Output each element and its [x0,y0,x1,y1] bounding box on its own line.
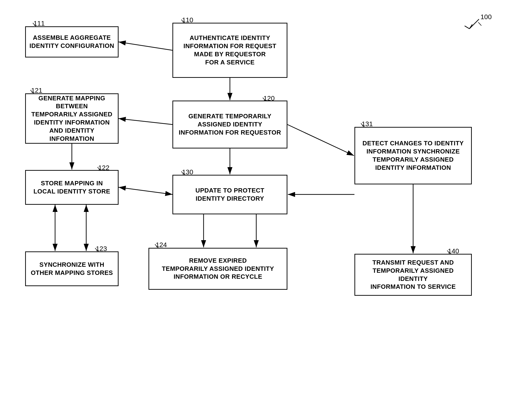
box-124: REMOVE EXPIREDTEMPORARILY ASSIGNED IDENT… [148,248,287,290]
svg-line-7 [118,118,172,125]
box-121: GENERATE MAPPING BETWEENTEMPORARILY ASSI… [25,93,118,144]
svg-line-2 [470,24,472,29]
box-110: AUTHENTICATE IDENTITYINFORMATION FOR REQ… [172,23,287,78]
ref-140: 140 [448,247,459,255]
box-122: STORE MAPPING INLOCAL IDENTITY STORE [25,170,118,205]
box-140: TRANSMIT REQUEST ANDTEMPORARILY ASSIGNED… [354,254,472,296]
diagram: 100 AUTHENTICATE IDENTITYINFORMATION FOR… [0,0,530,420]
svg-line-1 [465,26,470,29]
svg-line-0 [470,19,479,29]
svg-line-12 [287,125,354,156]
ref-110: 110 [182,16,193,24]
box-120: GENERATE TEMPORARILYASSIGNED IDENTITYINF… [172,101,287,148]
ref-100: 100 [480,13,492,21]
box-131: DETECT CHANGES TO IDENTITYINFORMATION SY… [354,127,472,184]
ref-122: 122 [98,164,109,172]
ref-130: 130 [182,168,193,176]
svg-line-28 [478,22,481,26]
box-123: SYNCHRONIZE WITHOTHER MAPPING STORES [25,251,118,286]
svg-line-9 [118,187,172,194]
ref-120: 120 [264,95,275,102]
ref-121: 121 [31,87,42,94]
ref-131: 131 [362,120,373,128]
box-111: ASSEMBLE AGGREGATEIDENTITY CONFIGURATION [25,26,118,58]
ref-111: 111 [33,20,45,27]
ref-124: 124 [156,241,167,249]
svg-line-5 [118,42,172,50]
box-130: UPDATE TO PROTECTIDENTITY DIRECTORY [172,175,287,214]
ref-123: 123 [96,245,107,253]
